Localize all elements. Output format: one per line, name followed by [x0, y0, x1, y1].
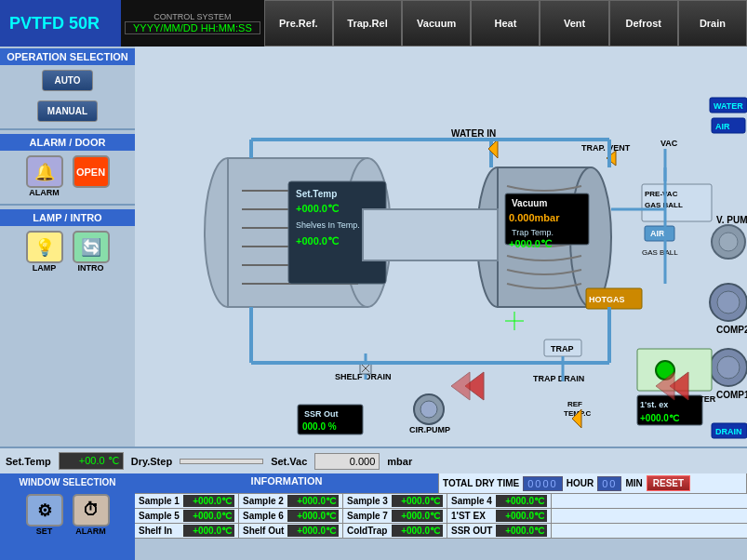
min-value: 00: [597, 476, 621, 491]
svg-point-48: [717, 291, 740, 313]
svg-text:PRE-VAC: PRE-VAC: [645, 190, 678, 198]
set-temp-label: Set.Temp: [6, 456, 51, 467]
shelf-in-cell: Shelf In +000.0℃: [135, 524, 239, 538]
svg-text:VAC: VAC: [660, 139, 678, 148]
svg-text:GAS BALL: GAS BALL: [642, 248, 678, 257]
sample1-cell: Sample 1 +000.0℃: [135, 494, 239, 508]
svg-text:Shelves In Temp.: Shelves In Temp.: [296, 220, 360, 230]
svg-point-51: [717, 356, 740, 379]
sample3-cell: Sample 3 +000.0℃: [343, 494, 447, 508]
svg-text:TRAP DRAIN: TRAP DRAIN: [533, 374, 584, 383]
cold-trap-label: ColdTrap: [347, 526, 392, 536]
set-vac-label: Set.Vac: [271, 456, 307, 467]
lamp-button[interactable]: 💡 LAMP: [26, 231, 63, 273]
nav-drain[interactable]: Drain: [678, 0, 747, 47]
datetime-display: YYYY/MM/DD HH:MM:SS: [125, 21, 260, 34]
sample2-label: Sample 2: [243, 496, 287, 506]
nav-preref[interactable]: Pre.Ref.: [264, 0, 333, 47]
hour-value: 0000: [523, 476, 562, 491]
nav-vent[interactable]: Vent: [540, 0, 608, 47]
svg-text:000.0 %: 000.0 %: [302, 421, 337, 432]
sample6-cell: Sample 6 +000.0℃: [239, 509, 343, 523]
svg-text:REF: REF: [567, 400, 582, 408]
app-title: PVTFD 50R: [0, 0, 121, 47]
cold-trap-value: +000.0℃: [392, 525, 443, 537]
data-rows: Sample 1 +000.0℃ Sample 2 +000.0℃ Sample…: [135, 494, 747, 560]
set-temp-value[interactable]: +00.0 ℃: [59, 452, 124, 470]
sample7-label: Sample 7: [347, 511, 392, 521]
window-selection-title: WINDOW SELECTION: [2, 475, 133, 489]
control-system-label: CONTROL SYSTEM: [125, 12, 260, 21]
svg-text:TRAP. VENT: TRAP. VENT: [581, 143, 631, 153]
reset-button[interactable]: RESET: [647, 475, 690, 491]
header: PVTFD 50R CONTROL SYSTEM YYYY/MM/DD HH:M…: [0, 0, 747, 47]
sample4-cell: Sample 4 +000.0℃: [447, 494, 552, 508]
sample2-cell: Sample 2 +000.0℃: [239, 494, 343, 508]
sample1-label: Sample 1: [139, 496, 183, 506]
open-button[interactable]: OPEN OPEN: [73, 155, 110, 197]
shelf-in-value: +000.0℃: [183, 525, 234, 537]
intro-button[interactable]: 🔄 INTRO: [73, 231, 110, 273]
set-window-button[interactable]: ⚙ SET: [26, 494, 63, 536]
nav-vacuum[interactable]: Vacuum: [402, 0, 471, 47]
shelf-out-label: Shelf Out: [243, 526, 287, 536]
dry-step-label: Dry.Step: [131, 456, 172, 467]
svg-text:WATER IN: WATER IN: [451, 128, 496, 139]
svg-text:0.000mbar: 0.000mbar: [509, 212, 560, 223]
window-selection: WINDOW SELECTION ⚙ SET ⏱ ALARM: [0, 473, 135, 560]
process-diagram: Set.Temp +000.0℃ Shelves In Temp. +000.0…: [135, 47, 747, 447]
alarm-label: ALARM: [29, 188, 60, 197]
min-label: MIN: [625, 478, 642, 488]
nav-bar: Pre.Ref. Trap.Rel Vacuum Heat Vent Defro…: [264, 0, 747, 47]
alarm-window-label: ALARM: [75, 527, 106, 536]
sample4-label: Sample 4: [451, 496, 496, 506]
lamp-intro-title: LAMP / INTRO: [0, 209, 135, 226]
table-row: Sample 1 +000.0℃ Sample 2 +000.0℃ Sample…: [135, 494, 747, 509]
hour-label: HOUR: [567, 478, 594, 488]
main-area: OPERATION SELECTION AUTO MANUAL ALARM / …: [0, 47, 747, 447]
alarm-window-button[interactable]: ⏱ ALARM: [73, 494, 110, 536]
svg-text:HOTGAS: HOTGAS: [589, 295, 625, 304]
auto-button[interactable]: AUTO: [42, 70, 93, 91]
alarm2-icon: ⏱: [73, 494, 110, 527]
bottom-bar: Set.Temp +00.0 ℃ Dry.Step Set.Vac 0.000 …: [0, 447, 747, 560]
intro-icon: 🔄: [73, 231, 110, 263]
nav-traprel[interactable]: Trap.Rel: [333, 0, 402, 47]
svg-text:+000.0℃: +000.0℃: [296, 235, 340, 247]
total-dry-time-label: TOTAL DRY TIME: [443, 478, 519, 488]
nav-heat[interactable]: Heat: [471, 0, 540, 47]
sidebar: OPERATION SELECTION AUTO MANUAL ALARM / …: [0, 47, 135, 447]
nav-defrost[interactable]: Defrost: [609, 0, 678, 47]
svg-text:WATER: WATER: [714, 101, 743, 111]
window-selection-icons: ⚙ SET ⏱ ALARM: [21, 489, 114, 540]
lamp-label: LAMP: [33, 263, 57, 273]
ssr-out-label: SSR OUT: [451, 526, 496, 536]
sample4-value: +000.0℃: [496, 495, 547, 507]
table-row: Shelf In +000.0℃ Shelf Out +000.0℃ ColdT…: [135, 524, 747, 539]
svg-text:DRAIN: DRAIN: [715, 427, 742, 436]
alarm-icon: 🔔: [26, 155, 63, 188]
dry-step-value[interactable]: [180, 459, 263, 464]
svg-text:COMP2: COMP2: [716, 325, 747, 335]
table-row: Sample 5 +000.0℃ Sample 6 +000.0℃ Sample…: [135, 509, 747, 524]
svg-text:V. PUMP: V. PUMP: [716, 215, 747, 225]
svg-text:AIR: AIR: [650, 229, 665, 238]
ssr-out-cell: SSR OUT +000.0℃: [447, 524, 552, 538]
sample3-label: Sample 3: [347, 496, 392, 506]
shelf-out-value: +000.0℃: [287, 525, 339, 537]
sample5-cell: Sample 5 +000.0℃: [135, 509, 239, 523]
cold-trap-cell: ColdTrap +000.0℃: [343, 524, 447, 538]
svg-point-59: [420, 401, 437, 418]
set-vac-value[interactable]: 0.000: [314, 453, 380, 470]
svg-text:AIR: AIR: [715, 122, 730, 131]
svg-text:SSR Out: SSR Out: [304, 409, 339, 419]
shelf-in-label: Shelf In: [139, 526, 183, 536]
alarm-button[interactable]: 🔔 ALARM: [26, 155, 63, 197]
svg-text:Vacuum: Vacuum: [512, 198, 547, 208]
sample7-value: +000.0℃: [392, 510, 443, 522]
svg-rect-23: [363, 209, 498, 260]
manual-button[interactable]: MANUAL: [37, 100, 98, 122]
svg-text:+000.0℃: +000.0℃: [296, 203, 340, 214]
svg-text:+000.0℃: +000.0℃: [509, 238, 553, 249]
set-vac-unit: mbar: [387, 456, 412, 467]
